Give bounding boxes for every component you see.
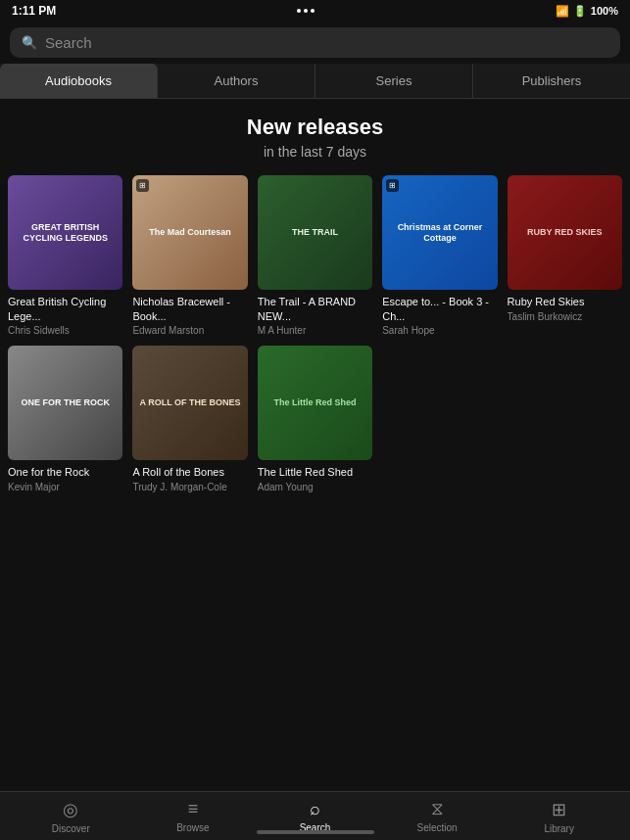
book-author-great-british: Chris Sidwells	[8, 325, 122, 336]
search-icon: 🔍	[22, 35, 37, 50]
nav-icon-discover: ◎	[63, 799, 78, 820]
book-item-nicholas-bracewell[interactable]: The Mad Courtesan ⊞ Nicholas Bracewell -…	[132, 175, 247, 336]
book-author-nicholas-bracewell: Edward Marston	[132, 325, 247, 336]
book-title-roll-of-bones: A Roll of the Bones	[132, 465, 247, 479]
search-bar[interactable]: 🔍 Search	[10, 27, 620, 58]
book-cover-roll-of-bones: A ROLL OF THE BONES	[132, 346, 247, 460]
book-cover-text-little-red-shed: The Little Red Shed	[258, 346, 372, 460]
home-indicator	[257, 830, 374, 834]
book-title-great-british: Great British Cycling Lege...	[8, 295, 122, 323]
book-item-great-british[interactable]: GREAT BRITISH CYCLING LEGENDS Great Brit…	[8, 175, 122, 336]
book-cover-the-trail: THE TRAIL	[258, 175, 372, 290]
book-cover-great-british: GREAT BRITISH CYCLING LEGENDS	[8, 175, 122, 290]
dot2	[304, 9, 308, 13]
tab-authors[interactable]: Authors	[158, 64, 315, 98]
book-author-roll-of-bones: Trudy J. Morgan-Cole	[132, 482, 247, 492]
book-item-little-red-shed[interactable]: The Little Red Shed The Little Red Shed …	[258, 346, 372, 492]
tab-publishers[interactable]: Publishers	[473, 64, 630, 98]
tabs-container: Audiobooks Authors Series Publishers	[0, 64, 630, 99]
nav-item-search[interactable]: ⌕ Search	[254, 799, 376, 833]
nav-label-selection: Selection	[417, 822, 458, 833]
status-right: 📶 🔋 100%	[556, 5, 618, 18]
book-badge-nicholas-bracewell: ⊞	[136, 179, 149, 192]
nav-icon-browse: ≡	[188, 799, 199, 819]
book-title-one-for-rock: One for the Rock	[8, 465, 122, 479]
book-title-ruby-red: Ruby Red Skies	[508, 295, 622, 308]
book-cover-one-for-rock: ONE FOR THE ROCK	[8, 346, 122, 460]
book-cover-text-roll-of-bones: A ROLL OF THE BONES	[132, 346, 247, 460]
nav-label-browse: Browse	[176, 822, 209, 833]
tab-audiobooks[interactable]: Audiobooks	[0, 64, 158, 98]
status-bar: 1:11 PM 📶 🔋 100%	[0, 0, 630, 22]
book-cover-text-ruby-red: RUBY RED SKIES	[508, 175, 622, 290]
nav-label-library: Library	[544, 823, 574, 834]
book-author-ruby-red: Taslim Burkowicz	[508, 311, 622, 322]
book-title-little-red-shed: The Little Red Shed	[258, 465, 372, 479]
book-author-the-trail: M A Hunter	[258, 325, 372, 336]
book-cover-text-the-trail: THE TRAIL	[258, 175, 372, 290]
book-item-one-for-rock[interactable]: ONE FOR THE ROCK One for the Rock Kevin …	[8, 346, 122, 492]
status-time: 1:11 PM	[12, 4, 56, 18]
nav-item-selection[interactable]: ⧖ Selection	[376, 799, 499, 833]
books-grid: GREAT BRITISH CYCLING LEGENDS Great Brit…	[8, 175, 622, 492]
book-title-escape-to: Escape to... - Book 3 - Ch...	[382, 295, 497, 323]
book-item-the-trail[interactable]: THE TRAIL The Trail - A BRAND NEW... M A…	[258, 175, 372, 336]
book-author-one-for-rock: Kevin Major	[8, 482, 122, 492]
tab-series[interactable]: Series	[315, 64, 473, 98]
book-item-escape-to[interactable]: Christmas at Corner Cottage ⊞ Escape to.…	[382, 175, 497, 336]
dot3	[311, 9, 315, 13]
wifi-icon: 📶	[556, 5, 569, 18]
nav-icon-library: ⊞	[552, 799, 566, 820]
book-cover-text-nicholas-bracewell: The Mad Courtesan	[132, 175, 247, 290]
nav-item-discover[interactable]: ◎ Discover	[10, 799, 132, 834]
book-cover-nicholas-bracewell: The Mad Courtesan ⊞	[132, 175, 247, 290]
search-bar-container: 🔍 Search	[0, 22, 630, 64]
book-cover-ruby-red: RUBY RED SKIES	[508, 175, 622, 290]
battery-percent: 100%	[591, 5, 618, 17]
section-title: New releases	[8, 115, 622, 140]
search-placeholder: Search	[45, 34, 92, 51]
book-cover-text-great-british: GREAT BRITISH CYCLING LEGENDS	[8, 175, 122, 290]
book-author-escape-to: Sarah Hope	[382, 325, 497, 336]
book-author-little-red-shed: Adam Young	[258, 482, 372, 492]
nav-icon-search: ⌕	[310, 799, 320, 819]
nav-item-library[interactable]: ⊞ Library	[498, 799, 620, 834]
book-title-the-trail: The Trail - A BRAND NEW...	[258, 295, 372, 323]
book-item-roll-of-bones[interactable]: A ROLL OF THE BONES A Roll of the Bones …	[132, 346, 247, 492]
nav-label-discover: Discover	[52, 823, 90, 834]
book-cover-escape-to: Christmas at Corner Cottage ⊞	[382, 175, 497, 290]
status-center	[297, 9, 315, 13]
book-title-nicholas-bracewell: Nicholas Bracewell - Book...	[132, 295, 247, 323]
nav-item-browse[interactable]: ≡ Browse	[132, 799, 255, 833]
dot1	[297, 9, 301, 13]
book-item-ruby-red[interactable]: RUBY RED SKIES Ruby Red Skies Taslim Bur…	[508, 175, 622, 336]
section-subtitle: in the last 7 days	[8, 144, 622, 160]
book-badge-escape-to: ⊞	[386, 179, 399, 192]
main-content: New releases in the last 7 days GREAT BR…	[0, 99, 630, 778]
book-cover-little-red-shed: The Little Red Shed	[258, 346, 372, 460]
book-cover-text-escape-to: Christmas at Corner Cottage	[382, 175, 497, 290]
book-cover-text-one-for-rock: ONE FOR THE ROCK	[8, 346, 122, 460]
nav-icon-selection: ⧖	[431, 799, 444, 819]
battery-icon: 🔋	[573, 5, 587, 18]
